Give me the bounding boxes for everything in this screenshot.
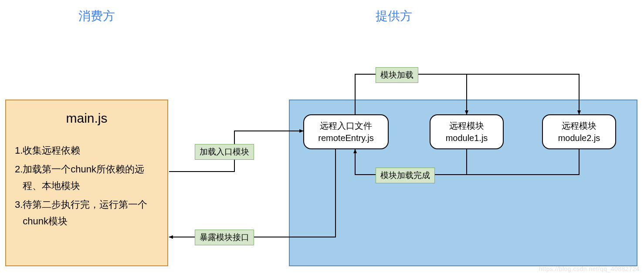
- remote-entry-line2: remoteEntry.js: [318, 132, 373, 144]
- module2-line2: module2.js: [558, 132, 600, 144]
- step-text: 收集远程依赖: [23, 142, 159, 158]
- watermark-text: https://blog.csdn.net/qq_40882724: [539, 265, 640, 272]
- module1-line2: module1.js: [446, 132, 488, 144]
- consumer-title: main.js: [15, 111, 159, 126]
- remote-entry-box: 远程入口文件 remoteEntry.js: [303, 114, 389, 149]
- step-number: 1.: [15, 142, 23, 158]
- consumer-container: main.js 1. 收集远程依赖 2. 加载第一个chunk所依赖的远程、本地…: [5, 100, 168, 266]
- consumer-steps-list: 1. 收集远程依赖 2. 加载第一个chunk所依赖的远程、本地模块 3. 待第…: [15, 142, 159, 229]
- step-number: 3.: [15, 196, 23, 229]
- step-text: 待第二步执行完，运行第一个chunk模块: [23, 196, 159, 229]
- label-load-entry: 加载入口模块: [195, 144, 254, 160]
- provider-header: 提供方: [376, 8, 412, 24]
- label-expose-interface: 暴露模块接口: [195, 230, 254, 245]
- list-item: 1. 收集远程依赖: [15, 142, 159, 158]
- module2-line1: 远程模块: [562, 120, 597, 132]
- remote-module2-box: 远程模块 module2.js: [542, 114, 616, 149]
- label-module-load-done: 模块加载完成: [376, 168, 435, 183]
- label-module-load: 模块加载: [376, 67, 418, 83]
- list-item: 3. 待第二步执行完，运行第一个chunk模块: [15, 196, 159, 229]
- remote-module1-box: 远程模块 module1.js: [430, 114, 504, 149]
- step-text: 加载第一个chunk所依赖的远程、本地模块: [23, 161, 159, 194]
- consumer-header: 消费方: [78, 8, 115, 24]
- module1-line1: 远程模块: [449, 120, 484, 132]
- remote-entry-line1: 远程入口文件: [320, 120, 372, 132]
- step-number: 2.: [15, 161, 23, 194]
- list-item: 2. 加载第一个chunk所依赖的远程、本地模块: [15, 161, 159, 194]
